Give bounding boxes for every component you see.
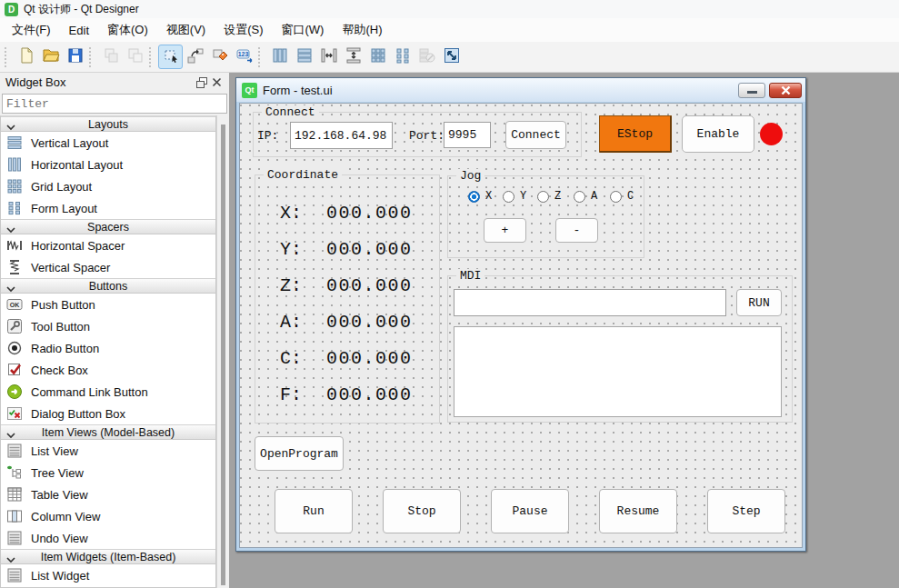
minimize-button[interactable] — [738, 83, 765, 98]
app-title: Qt 设计师 - Qt Designer — [24, 2, 139, 17]
save-button[interactable] — [63, 45, 87, 69]
widget-item-horizontal-spacer[interactable]: Horizontal Spacer — [1, 234, 215, 256]
jog-radio-y[interactable]: Y — [503, 190, 526, 203]
radio-selected-icon[interactable] — [468, 191, 480, 203]
run-button[interactable]: Run — [275, 489, 353, 533]
layout-grid-button[interactable] — [365, 45, 390, 69]
ip-input[interactable] — [290, 122, 393, 149]
menu-help[interactable]: 帮助(H) — [333, 18, 391, 42]
radio-icon[interactable] — [503, 191, 514, 203]
category-item-widgets[interactable]: Item Widgets (Item-Based) — [1, 549, 215, 564]
scrollbar-thumb[interactable] — [221, 125, 225, 585]
copy-button — [98, 45, 123, 69]
step-button[interactable]: Step — [707, 489, 785, 533]
connect-group-label: Connect — [262, 105, 319, 119]
menu-edit[interactable]: Edit — [60, 20, 98, 41]
category-layouts[interactable]: Layouts — [1, 116, 215, 132]
form-window-titlebar[interactable]: Qt Form - test.ui — [236, 78, 805, 102]
mdi-groupbox: MDI RUN — [447, 275, 793, 423]
toolbar-handle — [258, 47, 264, 67]
new-file-button[interactable] — [14, 45, 38, 69]
axis-value: 000.000 — [326, 384, 413, 405]
layout-horizontal-button[interactable] — [267, 45, 292, 69]
widget-item-label: Vertical Spacer — [31, 261, 110, 274]
layout-splitter-horizontal-button[interactable] — [316, 45, 341, 69]
widget-item-label: Check Box — [31, 364, 88, 377]
widget-item-list-view[interactable]: List View — [1, 440, 215, 462]
jog-minus-button[interactable]: - — [555, 218, 598, 243]
mdi-output-textarea[interactable] — [454, 326, 782, 417]
pause-button[interactable]: Pause — [491, 489, 569, 533]
open-file-button[interactable] — [38, 45, 63, 69]
coordinate-row-f: F: 000.000 — [255, 376, 439, 413]
resume-button[interactable]: Resume — [599, 489, 677, 533]
float-panel-button[interactable] — [195, 75, 209, 90]
edit-buddies-button[interactable] — [207, 45, 232, 69]
close-panel-button[interactable] — [209, 75, 224, 90]
widget-item-vertical-spacer[interactable]: Vertical Spacer — [1, 256, 215, 278]
jog-radio-c[interactable]: C — [610, 190, 634, 203]
widget-item-undo-view[interactable]: Undo View — [1, 527, 215, 549]
widget-item-command-link-button[interactable]: Command Link Button — [1, 381, 215, 403]
widget-item-tree-view[interactable]: Tree View — [1, 462, 215, 483]
radio-icon[interactable] — [537, 191, 549, 203]
layout-form-button[interactable] — [390, 45, 415, 69]
widget-box-scrollbar[interactable] — [216, 115, 229, 588]
widget-item-column-view[interactable]: Column View — [1, 505, 215, 527]
table-view-icon — [6, 486, 23, 503]
port-input[interactable] — [444, 122, 491, 148]
radio-icon[interactable] — [610, 191, 622, 203]
widget-item-push-button[interactable]: OK Push Button — [1, 294, 215, 315]
widget-item-table-view[interactable]: Table View — [1, 483, 215, 505]
stop-button[interactable]: Stop — [383, 489, 461, 533]
estop-button[interactable]: EStop — [599, 115, 672, 153]
radio-icon[interactable] — [574, 191, 585, 203]
axis-label: A: — [280, 312, 302, 333]
edit-tab-order-button[interactable]: 123 — [232, 45, 256, 69]
menu-form[interactable]: 窗体(O) — [98, 18, 157, 42]
close-button[interactable] — [769, 83, 802, 98]
category-buttons[interactable]: Buttons — [1, 278, 215, 294]
mdi-command-input[interactable] — [454, 289, 726, 316]
close-icon — [212, 77, 222, 87]
layout-vertical-button[interactable] — [292, 45, 316, 69]
layout-splitter-vertical-icon — [345, 46, 363, 68]
widget-item-dialog-button-box[interactable]: Dialog Button Box — [1, 403, 215, 424]
widget-item-tool-button[interactable]: Tool Button — [1, 315, 215, 337]
menu-window[interactable]: 窗口(W) — [272, 18, 333, 42]
filter-input[interactable] — [2, 94, 227, 114]
widget-item-check-box[interactable]: Check Box — [1, 359, 215, 381]
mdi-run-button[interactable]: RUN — [736, 289, 782, 316]
menu-view[interactable]: 视图(V) — [157, 18, 215, 42]
open-program-button[interactable]: OpenProgram — [255, 436, 344, 471]
adjust-size-button[interactable] — [439, 45, 464, 69]
menu-settings[interactable]: 设置(S) — [215, 18, 272, 42]
jog-radio-a[interactable]: A — [574, 190, 597, 203]
widget-item-vertical-layout[interactable]: Vertical Layout — [1, 132, 215, 154]
vertical-spacer-icon — [6, 259, 23, 275]
jog-radio-z[interactable]: Z — [537, 190, 561, 203]
enable-button[interactable]: Enable — [682, 115, 754, 153]
paste-icon — [126, 46, 145, 68]
connect-groupbox: Connect IP: Port: Connect — [253, 112, 582, 157]
open-file-icon — [42, 46, 60, 68]
widget-item-radio-button[interactable]: Radio Button — [1, 337, 215, 359]
widget-item-form-layout[interactable]: Form Layout — [1, 197, 215, 219]
layout-splitter-vertical-button[interactable] — [341, 45, 365, 69]
widget-item-list-widget[interactable]: List Widget — [1, 564, 215, 586]
check-box-icon — [6, 362, 23, 378]
float-icon — [196, 77, 207, 88]
category-spacers[interactable]: Spacers — [1, 219, 215, 234]
category-item-views[interactable]: Item Views (Model-Based) — [1, 424, 215, 440]
widget-item-label: Tool Button — [31, 320, 90, 334]
connect-button[interactable]: Connect — [505, 121, 566, 149]
edit-widgets-icon — [162, 46, 180, 68]
menu-file[interactable]: 文件(F) — [3, 18, 60, 42]
widget-box-filter — [0, 92, 229, 115]
edit-widgets-button[interactable] — [158, 45, 183, 69]
jog-radio-x[interactable]: X — [468, 190, 492, 203]
widget-item-grid-layout[interactable]: Grid Layout — [1, 175, 215, 197]
edit-signals-slots-button[interactable] — [183, 45, 207, 69]
widget-item-horizontal-layout[interactable]: Horizontal Layout — [1, 154, 215, 175]
jog-plus-button[interactable]: + — [484, 218, 526, 243]
